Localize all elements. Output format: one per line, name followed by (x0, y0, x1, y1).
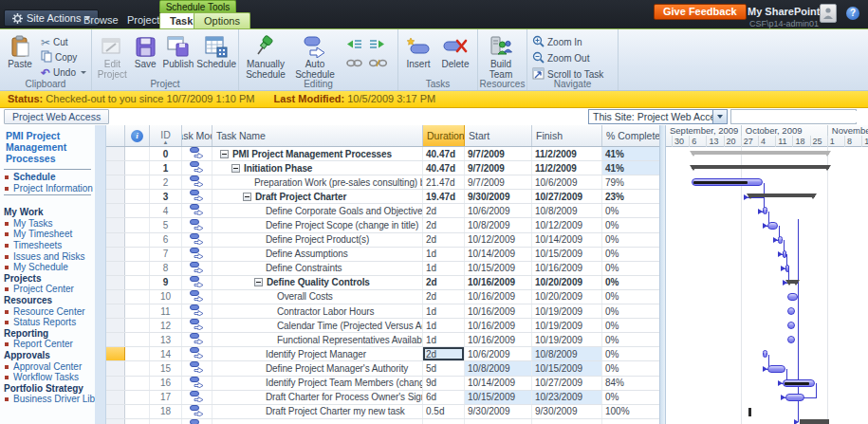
indent-button[interactable] (367, 36, 388, 52)
finish-cell[interactable]: 10/8/2009 (532, 204, 602, 217)
info-cell[interactable] (125, 218, 150, 231)
finish-cell[interactable]: 10/14/2009 (532, 233, 602, 247)
task-row-12[interactable]: 12Calendar Time (Projected Versus Actua1… (106, 319, 659, 333)
info-cell[interactable] (125, 147, 150, 160)
task-name-cell[interactable]: Identify Project Team Members (changed t (212, 377, 423, 390)
task-mode-cell[interactable] (182, 233, 212, 247)
duration-column-header[interactable]: Duration (423, 125, 465, 146)
duration-cell[interactable]: 2d (423, 347, 465, 360)
info-cell[interactable] (125, 319, 150, 332)
info-cell[interactable] (125, 347, 150, 360)
id-cell[interactable]: 4 (150, 204, 182, 217)
start-cell[interactable]: 10/16/2009 (465, 333, 532, 346)
give-feedback-button[interactable]: Give Feedback (654, 4, 747, 20)
info-cell[interactable] (125, 276, 150, 289)
percent-complete-cell[interactable]: 100% (602, 405, 659, 418)
start-cell[interactable]: 10/14/2009 (465, 248, 532, 261)
finish-cell[interactable]: 10/19/2009 (532, 319, 602, 332)
task-row-10[interactable]: 10Overall Costs2d10/16/200910/20/20090% (106, 290, 659, 304)
task-mode-cell[interactable] (182, 391, 212, 404)
id-cell[interactable]: 14 (150, 347, 182, 360)
task-mode-cell[interactable] (182, 319, 212, 332)
selected-row-marker[interactable] (106, 347, 125, 360)
start-cell[interactable]: 9/7/2009 (465, 161, 532, 175)
start-cell[interactable]: 10/6/2009 (465, 204, 532, 217)
row-selector-cell[interactable] (106, 190, 125, 203)
task-row-4[interactable]: 4Define Corporate Goals and Objectives2d… (106, 204, 659, 218)
id-cell[interactable]: 8 (150, 262, 182, 275)
task-mode-column-header[interactable]: Task Mode (182, 125, 212, 146)
row-selector-cell[interactable] (106, 361, 125, 375)
save-button[interactable]: Save (131, 32, 160, 69)
task-name-cell[interactable] (212, 419, 423, 424)
sidebar-item-timesheets[interactable]: Timesheets (0, 240, 95, 251)
finish-cell[interactable]: 10/19/2009 (532, 333, 602, 346)
collapse-glyph[interactable] (231, 164, 240, 173)
help-icon[interactable]: ? (846, 7, 859, 20)
finish-cell[interactable]: 9/30/2009 (532, 405, 602, 418)
percent-complete-cell[interactable]: 0% (602, 204, 659, 217)
duration-cell[interactable]: 40.47d (423, 161, 465, 175)
info-cell[interactable] (125, 405, 150, 418)
percent-complete-cell[interactable]: 0% (602, 218, 659, 231)
duration-cell[interactable]: 5d (423, 361, 465, 375)
info-cell[interactable] (125, 161, 150, 175)
row-selector-cell[interactable] (106, 262, 125, 275)
task-mode-cell[interactable] (182, 377, 212, 390)
percent-complete-cell[interactable]: 0% (602, 304, 659, 318)
insert-button[interactable]: Insert (400, 32, 436, 69)
percent-complete-cell[interactable]: 0% (602, 262, 659, 275)
finish-column-header[interactable]: Finish (532, 125, 602, 146)
duration-cell[interactable]: 9d (423, 377, 465, 390)
percent-complete-cell[interactable]: 0% (602, 248, 659, 261)
info-cell[interactable] (125, 419, 150, 424)
row-selector-cell[interactable] (106, 333, 125, 346)
zoom-out-button[interactable]: Zoom Out (529, 51, 592, 65)
task-mode-cell[interactable] (182, 361, 212, 375)
collapse-glyph[interactable] (254, 278, 263, 286)
info-cell[interactable] (125, 248, 150, 261)
publish-button[interactable]: Publish (160, 32, 197, 69)
start-cell[interactable]: 10/16/2009 (465, 290, 532, 304)
task-row-0[interactable]: 0PMI Project Management Processes40.47d9… (106, 147, 659, 161)
edit-project-button[interactable]: Edit Project (94, 32, 131, 80)
task-row-2[interactable]: 2Preparation Work (pre-sales consulting)… (106, 175, 659, 190)
task-row-11[interactable]: 11Contractor Labor Hours1d10/16/200910/1… (106, 304, 659, 319)
duration-cell[interactable]: 2d (423, 276, 465, 289)
finish-cell[interactable]: 10/15/2009 (532, 361, 602, 375)
row-selector-cell[interactable] (106, 391, 125, 404)
id-cell[interactable]: 11 (150, 304, 182, 318)
info-cell[interactable] (125, 391, 150, 404)
duration-cell[interactable]: 19.47d (423, 190, 465, 203)
search-input[interactable] (731, 111, 867, 122)
task-mode-cell[interactable] (182, 190, 212, 203)
duration-cell[interactable]: 2d (423, 204, 465, 217)
sidebar-item-schedule[interactable]: Schedule (0, 172, 95, 183)
account-menu[interactable]: My SharePoint (748, 6, 829, 17)
percent-complete-cell[interactable]: 41% (602, 161, 659, 175)
finish-cell[interactable]: 10/23/2009 (532, 391, 602, 404)
start-column-header[interactable]: Start (465, 125, 532, 146)
task-name-cell[interactable]: Define Assumptions (212, 248, 423, 261)
id-cell[interactable]: 5 (150, 218, 182, 231)
task-mode-cell[interactable] (182, 262, 212, 275)
task-name-cell[interactable]: Define Quality Controls (212, 276, 423, 289)
task-name-cell[interactable]: Define Project Manager's Authority (212, 361, 423, 375)
chevron-down-icon[interactable] (712, 110, 727, 123)
duration-cell[interactable]: 2d (423, 218, 465, 231)
start-cell[interactable]: 9/30/2009 (465, 405, 532, 418)
duration-cell[interactable]: 21.47d (423, 175, 465, 189)
finish-cell[interactable]: 10/20/2009 (532, 276, 602, 289)
percent-complete-cell[interactable]: 0% (602, 333, 659, 346)
finish-cell[interactable]: 10/6/2009 (532, 175, 602, 189)
row-selector-header[interactable] (106, 125, 125, 146)
row-selector-cell[interactable] (106, 147, 125, 160)
sidebar-item-project-information[interactable]: Project Information (0, 183, 95, 194)
row-selector-cell[interactable] (106, 290, 125, 304)
start-cell[interactable]: 10/16/2009 (465, 319, 532, 332)
start-cell[interactable] (465, 419, 532, 424)
id-cell[interactable]: 18 (150, 405, 182, 418)
id-cell[interactable]: 7 (150, 248, 182, 261)
duration-cell[interactable]: 1d (423, 248, 465, 261)
auto-schedule-button[interactable]: Auto Schedule (290, 32, 340, 80)
